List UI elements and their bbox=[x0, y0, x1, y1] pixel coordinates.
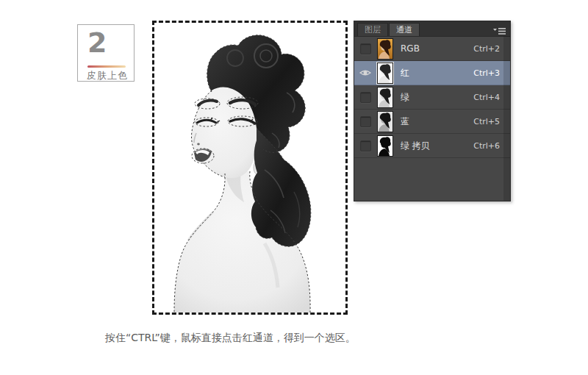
step-box: 2 皮肤上色 bbox=[77, 24, 135, 82]
channel-shortcut: Ctrl+5 bbox=[473, 117, 500, 126]
channel-name: 绿 拷贝 bbox=[401, 140, 430, 152]
portrait-image bbox=[154, 23, 345, 312]
channel-name: RGB bbox=[401, 43, 420, 54]
channel-name: 红 bbox=[401, 67, 409, 79]
channel-thumbnail bbox=[377, 38, 393, 60]
channel-row-green[interactable]: 绿 Ctrl+4 bbox=[354, 85, 510, 110]
channel-name: 蓝 bbox=[401, 115, 409, 128]
visibility-toggle[interactable] bbox=[358, 140, 373, 151]
channel-thumbnail bbox=[377, 63, 393, 84]
channel-thumbnail bbox=[377, 87, 393, 108]
channels-panel: 图层 通道 bbox=[354, 21, 511, 201]
channel-thumbnail bbox=[377, 135, 393, 157]
visibility-toggle[interactable] bbox=[358, 43, 373, 54]
eye-icon bbox=[359, 68, 371, 77]
step-accent-line bbox=[87, 65, 126, 68]
channel-thumbnail bbox=[377, 111, 393, 132]
channel-list: RGB Ctrl+2 红 Ctrl+3 bbox=[354, 37, 510, 158]
channel-shortcut: Ctrl+2 bbox=[473, 44, 500, 54]
panel-menu-icon bbox=[493, 27, 506, 36]
step-number: 2 bbox=[87, 26, 107, 60]
eye-well bbox=[360, 140, 371, 151]
visibility-toggle[interactable] bbox=[358, 92, 373, 103]
channel-shortcut: Ctrl+3 bbox=[473, 68, 500, 78]
eye-well bbox=[360, 116, 371, 127]
visibility-toggle[interactable] bbox=[358, 68, 373, 77]
channel-row-rgb[interactable]: RGB Ctrl+2 bbox=[354, 37, 510, 61]
channel-shortcut: Ctrl+4 bbox=[473, 93, 500, 102]
tab-channels[interactable]: 通道 bbox=[389, 23, 420, 36]
tab-layers[interactable]: 图层 bbox=[357, 23, 388, 36]
document-canvas bbox=[152, 21, 348, 315]
channel-name: 绿 bbox=[401, 91, 409, 104]
panel-tabbar: 图层 通道 bbox=[354, 21, 510, 37]
channel-row-blue[interactable]: 蓝 Ctrl+5 bbox=[354, 110, 510, 134]
panel-menu-button[interactable] bbox=[493, 25, 506, 34]
channel-row-red[interactable]: 红 Ctrl+3 bbox=[354, 61, 510, 85]
instruction-caption: 按住“CTRL”键，鼠标直接点击红通道，得到一个选区。 bbox=[105, 332, 356, 345]
eye-well bbox=[360, 43, 371, 54]
channel-shortcut: Ctrl+6 bbox=[473, 141, 500, 151]
eye-well bbox=[360, 92, 371, 103]
visibility-toggle[interactable] bbox=[358, 116, 373, 127]
channel-row-green-copy[interactable]: 绿 拷贝 Ctrl+6 bbox=[354, 134, 510, 158]
step-label: 皮肤上色 bbox=[87, 69, 128, 82]
